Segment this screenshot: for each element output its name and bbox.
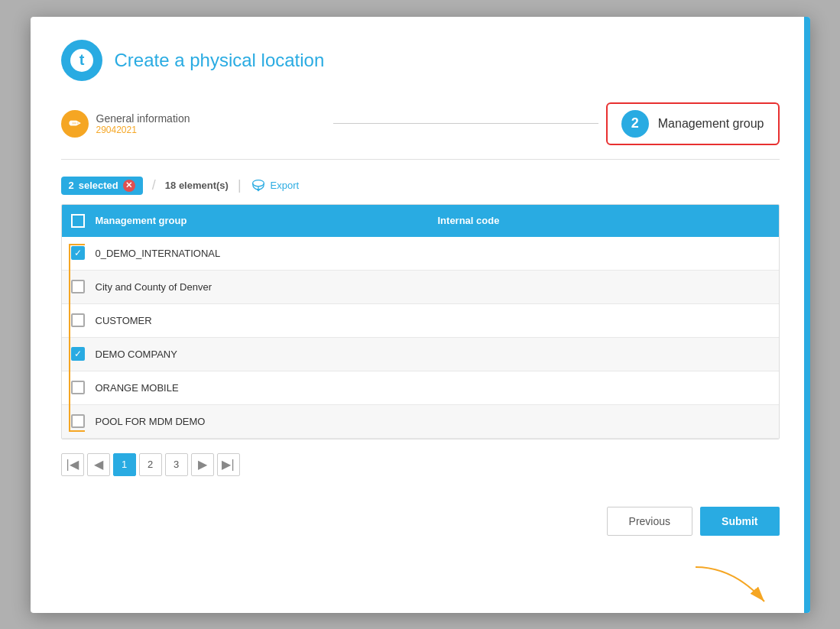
clear-selection-button[interactable]: ✕ [123, 180, 135, 192]
selected-badge[interactable]: 2 selected ✕ [61, 177, 143, 195]
pipe-divider2: | [238, 177, 242, 193]
first-page-button[interactable]: |◀ [61, 453, 84, 476]
table-rows: 0_DEMO_INTERNATIONALCity and County of D… [62, 237, 779, 439]
row-name: POOL FOR MDM DEMO [96, 416, 427, 427]
modal-container: t Create a physical location ✏ General i… [31, 17, 810, 613]
export-label: Export [271, 180, 300, 191]
page-3-button[interactable]: 3 [165, 453, 188, 476]
management-group-table: Management group Internal code 0_DEMO_IN… [61, 204, 780, 439]
select-all-checkbox[interactable] [71, 214, 85, 228]
step-divider [333, 123, 598, 124]
table-row[interactable]: City and County of Denver [62, 271, 779, 304]
step1-info: General information 29042021 [96, 112, 190, 135]
table-row[interactable]: 0_DEMO_INTERNATIONAL [62, 237, 779, 271]
row-checkbox[interactable] [71, 246, 85, 260]
submit-button[interactable]: Submit [700, 507, 779, 536]
row-name: DEMO COMPANY [96, 349, 427, 360]
row-checkbox[interactable] [71, 381, 85, 394]
table-row[interactable]: CUSTOMER [62, 304, 779, 338]
step2-circle: 2 [621, 110, 649, 138]
row-name: CUSTOMER [96, 315, 427, 326]
step2-box: 2 Management group [606, 102, 780, 145]
row-name: City and County of Denver [96, 281, 427, 293]
step1-circle: ✏ [61, 110, 89, 138]
pipe-divider: / [152, 177, 156, 193]
col-header-name: Management group [96, 215, 427, 226]
accent-bar [804, 17, 810, 613]
svg-text:t: t [79, 51, 84, 68]
selected-label: selected [79, 180, 118, 191]
row-checkbox[interactable] [71, 347, 85, 361]
step1-sub: 29042021 [96, 125, 190, 135]
table-row[interactable]: ORANGE MOBILE [62, 371, 779, 405]
table-row[interactable]: DEMO COMPANY [62, 338, 779, 371]
step1-item: ✏ General information 29042021 [61, 110, 326, 138]
footer-buttons: Previous Submit [61, 507, 780, 536]
selected-count: 2 [69, 180, 74, 191]
modal-title: Create a physical location [115, 50, 325, 71]
svg-point-2 [252, 180, 264, 186]
page-2-button[interactable]: 2 [139, 453, 162, 476]
arrow-annotation [688, 559, 780, 621]
export-icon [251, 179, 266, 193]
row-name: ORANGE MOBILE [96, 382, 427, 394]
prev-page-button[interactable]: ◀ [87, 453, 110, 476]
elements-count: 18 element(s) [165, 180, 229, 191]
table-header: Management group Internal code [62, 205, 779, 237]
app-icon: t [61, 40, 102, 81]
row-checkbox[interactable] [71, 280, 85, 293]
row-checkbox[interactable] [71, 414, 85, 428]
previous-button[interactable]: Previous [607, 507, 692, 536]
table-row[interactable]: POOL FOR MDM DEMO [62, 405, 779, 439]
toolbar: 2 selected ✕ / 18 element(s) | Export [61, 177, 780, 195]
pagination: |◀ ◀ 1 2 3 ▶ ▶| [61, 453, 780, 476]
export-button[interactable]: Export [251, 179, 300, 193]
row-checkbox[interactable] [71, 313, 85, 327]
step2-label: Management group [658, 117, 764, 131]
last-page-button[interactable]: ▶| [217, 453, 240, 476]
step1-label: General information [96, 112, 190, 125]
steps-bar: ✏ General information 29042021 2 Managem… [61, 102, 780, 160]
next-page-button[interactable]: ▶ [191, 453, 214, 476]
page-1-button[interactable]: 1 [113, 453, 136, 476]
col-header-code: Internal code [438, 215, 770, 226]
row-name: 0_DEMO_INTERNATIONAL [96, 248, 427, 259]
modal-header: t Create a physical location [61, 40, 780, 81]
